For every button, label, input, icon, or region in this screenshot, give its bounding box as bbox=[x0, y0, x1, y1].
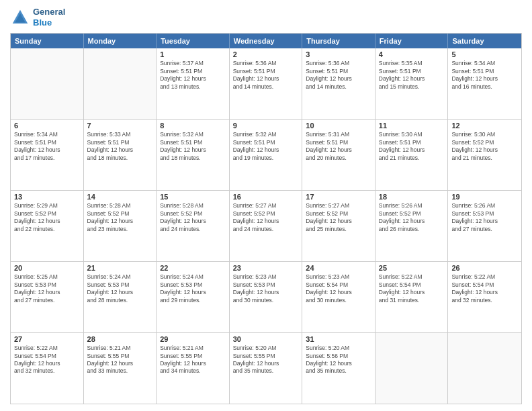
day-cell-22: 22Sunrise: 5:24 AMSunset: 5:53 PMDayligh… bbox=[157, 262, 230, 332]
cell-info: Sunrise: 5:28 AMSunset: 5:52 PMDaylight:… bbox=[87, 202, 153, 233]
day-cell-16: 16Sunrise: 5:27 AMSunset: 5:52 PMDayligh… bbox=[230, 191, 303, 261]
cell-info: Sunrise: 5:34 AMSunset: 5:51 PMDaylight:… bbox=[14, 131, 80, 162]
cell-info: Sunrise: 5:26 AMSunset: 5:53 PMDaylight:… bbox=[451, 202, 518, 233]
day-cell-18: 18Sunrise: 5:26 AMSunset: 5:52 PMDayligh… bbox=[375, 191, 449, 261]
day-number: 27 bbox=[14, 335, 80, 343]
day-cell-10: 10Sunrise: 5:31 AMSunset: 5:51 PMDayligh… bbox=[302, 120, 375, 190]
cell-info: Sunrise: 5:34 AMSunset: 5:51 PMDaylight:… bbox=[451, 60, 518, 91]
logo: General Blue bbox=[10, 7, 65, 28]
header-day-monday: Monday bbox=[84, 34, 157, 48]
day-number: 11 bbox=[379, 122, 445, 130]
day-cell-5: 5Sunrise: 5:34 AMSunset: 5:51 PMDaylight… bbox=[448, 48, 521, 119]
day-number: 24 bbox=[306, 264, 371, 272]
day-number: 16 bbox=[233, 193, 299, 201]
day-cell-27: 27Sunrise: 5:22 AMSunset: 5:54 PMDayligh… bbox=[11, 333, 84, 404]
logo-icon bbox=[10, 7, 30, 28]
day-number: 31 bbox=[306, 335, 371, 343]
day-number: 3 bbox=[306, 50, 371, 58]
day-number: 12 bbox=[451, 122, 518, 130]
cell-info: Sunrise: 5:24 AMSunset: 5:53 PMDaylight:… bbox=[87, 273, 153, 304]
page: General Blue SundayMondayTuesdayWednesda… bbox=[0, 0, 532, 411]
day-cell-30: 30Sunrise: 5:20 AMSunset: 5:55 PMDayligh… bbox=[230, 333, 303, 404]
day-cell-1: 1Sunrise: 5:37 AMSunset: 5:51 PMDaylight… bbox=[157, 48, 230, 119]
calendar-header: SundayMondayTuesdayWednesdayThursdayFrid… bbox=[11, 34, 521, 48]
day-number: 22 bbox=[160, 264, 226, 272]
cell-info: Sunrise: 5:32 AMSunset: 5:51 PMDaylight:… bbox=[233, 131, 299, 162]
day-cell-31: 31Sunrise: 5:20 AMSunset: 5:56 PMDayligh… bbox=[302, 333, 375, 404]
week-row-4: 20Sunrise: 5:25 AMSunset: 5:53 PMDayligh… bbox=[11, 262, 521, 333]
day-cell-25: 25Sunrise: 5:22 AMSunset: 5:54 PMDayligh… bbox=[375, 262, 449, 332]
cell-info: Sunrise: 5:23 AMSunset: 5:53 PMDaylight:… bbox=[233, 273, 299, 304]
day-number: 21 bbox=[87, 264, 153, 272]
cell-info: Sunrise: 5:21 AMSunset: 5:55 PMDaylight:… bbox=[160, 345, 226, 375]
cell-info: Sunrise: 5:27 AMSunset: 5:52 PMDaylight:… bbox=[306, 202, 371, 233]
day-number: 28 bbox=[87, 335, 153, 343]
logo-text-line2: Blue bbox=[33, 17, 65, 28]
cell-info: Sunrise: 5:33 AMSunset: 5:51 PMDaylight:… bbox=[87, 131, 153, 162]
day-cell-11: 11Sunrise: 5:30 AMSunset: 5:51 PMDayligh… bbox=[375, 120, 449, 190]
day-cell-20: 20Sunrise: 5:25 AMSunset: 5:53 PMDayligh… bbox=[11, 262, 84, 332]
day-number: 18 bbox=[379, 193, 445, 201]
day-cell-17: 17Sunrise: 5:27 AMSunset: 5:52 PMDayligh… bbox=[302, 191, 375, 261]
day-number: 20 bbox=[14, 264, 80, 272]
calendar-body: 1Sunrise: 5:37 AMSunset: 5:51 PMDaylight… bbox=[11, 48, 521, 404]
empty-cell bbox=[84, 48, 157, 119]
day-number: 30 bbox=[233, 335, 299, 343]
day-cell-15: 15Sunrise: 5:28 AMSunset: 5:52 PMDayligh… bbox=[157, 191, 230, 261]
cell-info: Sunrise: 5:28 AMSunset: 5:52 PMDaylight:… bbox=[160, 202, 226, 233]
day-cell-6: 6Sunrise: 5:34 AMSunset: 5:51 PMDaylight… bbox=[11, 120, 84, 190]
week-row-5: 27Sunrise: 5:22 AMSunset: 5:54 PMDayligh… bbox=[11, 333, 521, 404]
header-day-wednesday: Wednesday bbox=[230, 34, 303, 48]
cell-info: Sunrise: 5:30 AMSunset: 5:52 PMDaylight:… bbox=[451, 131, 518, 162]
day-cell-24: 24Sunrise: 5:23 AMSunset: 5:54 PMDayligh… bbox=[302, 262, 375, 332]
logo-text-line1: General bbox=[33, 7, 65, 17]
cell-info: Sunrise: 5:24 AMSunset: 5:53 PMDaylight:… bbox=[160, 273, 226, 304]
day-cell-26: 26Sunrise: 5:22 AMSunset: 5:54 PMDayligh… bbox=[448, 262, 521, 332]
day-number: 7 bbox=[87, 122, 153, 130]
cell-info: Sunrise: 5:22 AMSunset: 5:54 PMDaylight:… bbox=[451, 273, 518, 304]
header-day-tuesday: Tuesday bbox=[157, 34, 230, 48]
cell-info: Sunrise: 5:23 AMSunset: 5:54 PMDaylight:… bbox=[306, 273, 371, 304]
day-cell-9: 9Sunrise: 5:32 AMSunset: 5:51 PMDaylight… bbox=[230, 120, 303, 190]
day-number: 2 bbox=[233, 50, 299, 58]
day-cell-8: 8Sunrise: 5:32 AMSunset: 5:51 PMDaylight… bbox=[157, 120, 230, 190]
cell-info: Sunrise: 5:37 AMSunset: 5:51 PMDaylight:… bbox=[160, 60, 226, 91]
cell-info: Sunrise: 5:22 AMSunset: 5:54 PMDaylight:… bbox=[379, 273, 445, 304]
header-day-sunday: Sunday bbox=[11, 34, 84, 48]
cell-info: Sunrise: 5:35 AMSunset: 5:51 PMDaylight:… bbox=[379, 60, 445, 91]
header: General Blue bbox=[10, 7, 522, 28]
day-number: 4 bbox=[379, 50, 445, 58]
empty-cell bbox=[448, 333, 521, 404]
cell-info: Sunrise: 5:21 AMSunset: 5:55 PMDaylight:… bbox=[87, 345, 153, 375]
day-number: 5 bbox=[451, 50, 518, 58]
day-number: 9 bbox=[233, 122, 299, 130]
day-number: 10 bbox=[306, 122, 371, 130]
day-number: 17 bbox=[306, 193, 371, 201]
cell-info: Sunrise: 5:25 AMSunset: 5:53 PMDaylight:… bbox=[14, 273, 80, 304]
day-cell-13: 13Sunrise: 5:29 AMSunset: 5:52 PMDayligh… bbox=[11, 191, 84, 261]
day-number: 19 bbox=[451, 193, 518, 201]
day-cell-29: 29Sunrise: 5:21 AMSunset: 5:55 PMDayligh… bbox=[157, 333, 230, 404]
cell-info: Sunrise: 5:32 AMSunset: 5:51 PMDaylight:… bbox=[160, 131, 226, 162]
cell-info: Sunrise: 5:29 AMSunset: 5:52 PMDaylight:… bbox=[14, 202, 80, 233]
day-cell-7: 7Sunrise: 5:33 AMSunset: 5:51 PMDaylight… bbox=[84, 120, 157, 190]
cell-info: Sunrise: 5:20 AMSunset: 5:56 PMDaylight:… bbox=[306, 345, 371, 375]
empty-cell bbox=[11, 48, 84, 119]
day-number: 23 bbox=[233, 264, 299, 272]
day-cell-14: 14Sunrise: 5:28 AMSunset: 5:52 PMDayligh… bbox=[84, 191, 157, 261]
day-number: 14 bbox=[87, 193, 153, 201]
cell-info: Sunrise: 5:36 AMSunset: 5:51 PMDaylight:… bbox=[306, 60, 371, 91]
day-cell-21: 21Sunrise: 5:24 AMSunset: 5:53 PMDayligh… bbox=[84, 262, 157, 332]
cell-info: Sunrise: 5:30 AMSunset: 5:51 PMDaylight:… bbox=[379, 131, 445, 162]
cell-info: Sunrise: 5:20 AMSunset: 5:55 PMDaylight:… bbox=[233, 345, 299, 375]
day-cell-3: 3Sunrise: 5:36 AMSunset: 5:51 PMDaylight… bbox=[302, 48, 375, 119]
day-number: 26 bbox=[451, 264, 518, 272]
day-number: 13 bbox=[14, 193, 80, 201]
day-number: 29 bbox=[160, 335, 226, 343]
header-day-friday: Friday bbox=[375, 34, 449, 48]
day-number: 8 bbox=[160, 122, 226, 130]
day-cell-4: 4Sunrise: 5:35 AMSunset: 5:51 PMDaylight… bbox=[375, 48, 449, 119]
week-row-2: 6Sunrise: 5:34 AMSunset: 5:51 PMDaylight… bbox=[11, 120, 521, 191]
calendar: SundayMondayTuesdayWednesdayThursdayFrid… bbox=[10, 33, 522, 404]
cell-info: Sunrise: 5:26 AMSunset: 5:52 PMDaylight:… bbox=[379, 202, 445, 233]
